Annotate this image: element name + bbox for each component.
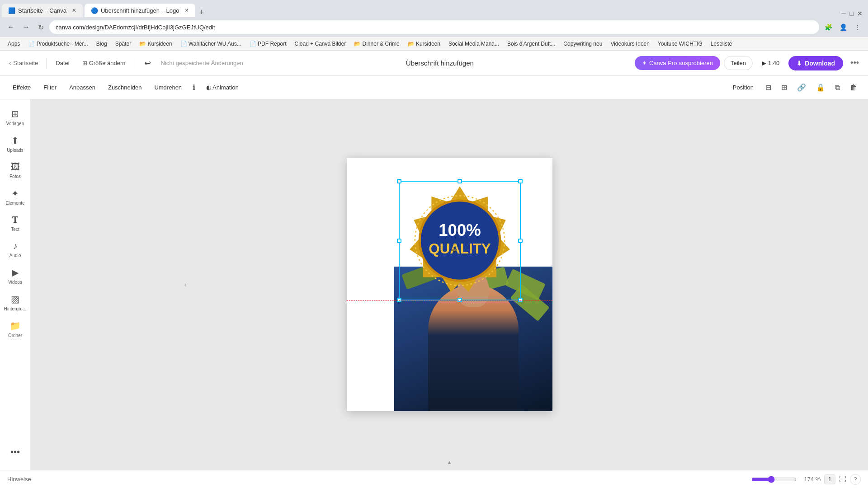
zuschneiden-btn[interactable]: Zuschneiden [103,81,147,94]
bookmark-produktsuche[interactable]: 📄 Produktsuche - Mer... [25,40,91,48]
person-silhouette [428,285,519,411]
more-options-btn[interactable]: ••• [847,56,863,70]
handle-tm[interactable] [458,179,462,183]
tab-favicon: 🟦 [8,7,15,14]
position-btn[interactable]: Position [727,81,759,94]
left-sidebar: ⊞ Vorlagen ⬆ Uploads 🖼 Fotos ✦ Elemente … [0,99,31,470]
link-icon-btn[interactable]: 🔗 [793,80,810,94]
bookmark-apps[interactable]: Apps [5,40,23,48]
forward-btn[interactable]: → [20,21,33,33]
handle-bm[interactable] [458,298,462,302]
sidebar-item-hintergrund[interactable]: ▨ Hintergru... [3,290,28,315]
close-browser-btn[interactable]: ✕ [857,10,863,17]
unsaved-label: Nicht gespeicherte Änderungen [161,60,243,66]
canvas-area[interactable]: ‹ [31,99,868,470]
profile-btn[interactable]: 👤 [837,22,850,33]
download-button[interactable]: ⬇ Download [788,56,843,70]
bookmark-pdf[interactable]: 📄 PDF Report [246,40,290,48]
fullscreen-btn[interactable]: ⛶ [839,475,846,483]
trash-icon-btn[interactable]: 🗑 [846,81,861,94]
design-canvas[interactable]: 100% QUALITY ✛ [347,158,552,411]
bookmark-copy[interactable]: Copywriting neu [560,40,605,48]
align-icon-btn[interactable]: ⊟ [762,80,775,94]
sidebar-item-elemente[interactable]: ✦ Elemente [3,184,28,209]
home-button[interactable]: ‹ Startseite [5,57,42,69]
maximize-btn[interactable]: □ [850,10,854,17]
handle-bl[interactable] [397,298,401,302]
home-label: Startseite [13,60,38,66]
handle-br[interactable] [518,298,523,302]
sidebar-item-audio[interactable]: ♪ Audio [3,237,28,262]
filter-btn[interactable]: Filter [38,81,62,94]
back-btn[interactable]: ← [5,21,17,33]
handle-tl[interactable] [397,179,401,183]
reload-btn[interactable]: ↻ [35,21,47,33]
vorlagen-icon: ⊞ [11,108,19,119]
hintergrund-label: Hintergru... [4,306,26,311]
bookmark-kursideen1[interactable]: 📂 Kursideen [136,40,175,48]
effekte-btn[interactable]: Effekte [7,81,36,94]
bookmark-blog[interactable]: Blog [93,40,110,48]
page-number-btn[interactable]: 1 [824,474,835,484]
bookmark-bois[interactable]: Bois d'Argent Duft... [504,40,558,48]
tab-close-active-btn[interactable]: ✕ [184,7,189,14]
bookmark-dinner[interactable]: 📂 Dinner & Crime [351,40,402,48]
play-icon: ▶ [762,60,766,66]
handle-tr[interactable] [518,179,523,183]
chevron-left-icon: ‹ [9,60,11,66]
tab-close-btn[interactable]: ✕ [72,7,76,14]
tab-canva-editor[interactable]: 🔵 Überschrift hinzufügen – Logo ✕ [85,4,195,17]
anpassen-btn[interactable]: Anpassen [64,81,101,94]
undo-btn[interactable]: ↩ [140,56,156,71]
address-bar[interactable] [49,20,819,34]
bookmarks-bar: Apps 📄 Produktsuche - Mer... Blog Später… [0,37,868,51]
sidebar-item-uploads[interactable]: ⬆ Uploads [3,131,28,156]
bottom-bar: Hinweise 174 % 1 ⛶ ? [0,470,868,488]
scroll-left-btn[interactable]: ‹ [184,281,187,288]
design-title: Überschrift hinzufügen [406,59,474,67]
animation-btn[interactable]: ◐ Animation [201,81,244,94]
sidebar-item-ordner[interactable]: 📁 Ordner [3,317,28,342]
sidebar-item-vorlagen[interactable]: ⊞ Vorlagen [3,105,28,130]
more-icon: ••• [10,447,20,457]
new-tab-button[interactable]: + [195,8,208,17]
handle-mr[interactable] [518,239,523,243]
bookmark-spaeter[interactable]: Später [112,40,134,48]
info-btn[interactable]: ℹ [189,80,199,94]
extensions-btn[interactable]: 🧩 [822,22,835,33]
bookmark-video[interactable]: Videokurs Ideen [607,40,653,48]
lock-icon-btn[interactable]: 🔒 [812,80,829,94]
bookmark-youtube[interactable]: Youtube WICHTIG [655,40,706,48]
fotos-label: Fotos [9,174,21,179]
sidebar-item-fotos[interactable]: 🖼 Fotos [3,158,28,183]
bookmark-wahlf[interactable]: 📄 Wahlfächer WU Aus... [177,40,245,48]
topbar-divider-2 [135,58,135,69]
sidebar-item-more[interactable]: ••• [3,443,28,461]
grid-icon-btn[interactable]: ⊞ [778,80,791,94]
handle-ml[interactable] [397,239,401,243]
zoom-value: 174 % [800,476,821,483]
copy-icon-btn[interactable]: ⧉ [831,81,844,94]
help-btn[interactable]: ? [850,474,861,485]
try-pro-btn[interactable]: ✦ Canva Pro ausprobieren [635,56,720,70]
share-btn[interactable]: Teilen [724,56,753,70]
file-menu-btn[interactable]: Datei [51,57,74,69]
download-icon: ⬇ [797,60,802,67]
settings-btn[interactable]: ⋮ [852,22,863,33]
present-btn[interactable]: ▶ 1:40 [756,56,785,70]
tab-startseite[interactable]: 🟦 Startseite – Canva ✕ [2,4,83,17]
scroll-up-indicator[interactable]: ▲ [447,459,452,465]
bookmark-cload[interactable]: Cload + Canva Bilder [291,40,349,48]
umdrehen-btn[interactable]: Umdrehen [149,81,187,94]
bookmark-kursideen2[interactable]: 📂 Kursideen [405,40,443,48]
zoom-slider[interactable] [751,476,797,483]
text-icon: T [12,215,18,225]
audio-icon: ♪ [13,241,18,251]
bookmark-social[interactable]: Social Media Mana... [445,40,502,48]
resize-btn[interactable]: ⊞ Größe ändern [78,57,130,69]
bookmark-leseliste[interactable]: Leseliste [708,40,735,48]
sidebar-item-videos[interactable]: ▶ Videos [3,263,28,288]
badge-element[interactable]: 100% QUALITY ✛ [399,181,521,300]
minimize-btn[interactable]: ─ [842,10,846,17]
sidebar-item-text[interactable]: T Text [3,211,28,235]
